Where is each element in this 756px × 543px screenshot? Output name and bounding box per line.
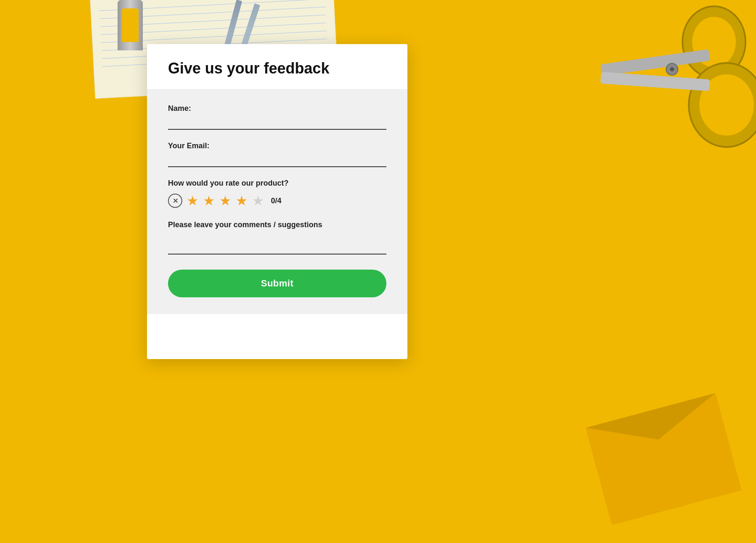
name-label: Name: [168, 104, 386, 113]
reset-icon: ✕ [173, 197, 178, 205]
svg-rect-4 [600, 49, 710, 76]
comments-input[interactable] [168, 241, 386, 254]
feedback-card: Give us your feedback Name: Your Email: … [147, 44, 407, 359]
comments-section: Please leave your comments / suggestions [168, 220, 386, 254]
submit-button[interactable]: Submit [168, 270, 386, 297]
star-1[interactable]: ★ [186, 194, 199, 207]
comments-label: Please leave your comments / suggestions [168, 220, 386, 230]
card-body: Name: Your Email: How would you rate our… [147, 89, 407, 314]
email-input[interactable] [168, 154, 386, 167]
star-3[interactable]: ★ [219, 194, 231, 207]
star-5[interactable]: ★ [252, 194, 264, 207]
email-field-group: Your Email: [168, 142, 386, 167]
card-header: Give us your feedback [147, 44, 407, 89]
star-4[interactable]: ★ [236, 194, 248, 207]
binder-clip-decoration [118, 0, 143, 50]
star-2[interactable]: ★ [203, 194, 215, 207]
rating-row: ✕ ★ ★ ★ ★ ★ 0/4 [168, 194, 386, 208]
name-input[interactable] [168, 116, 386, 130]
svg-point-7 [670, 67, 674, 71]
rating-label: How would you rate our product? [168, 179, 386, 188]
rating-count: 0/4 [271, 197, 281, 205]
rating-reset-button[interactable]: ✕ [168, 194, 182, 208]
name-field-group: Name: [168, 104, 386, 130]
rating-section: How would you rate our product? ✕ ★ ★ ★ … [168, 179, 386, 208]
email-label: Your Email: [168, 142, 386, 150]
svg-rect-5 [600, 72, 710, 91]
scissors-decoration [580, 0, 756, 235]
page-title: Give us your feedback [168, 59, 386, 77]
